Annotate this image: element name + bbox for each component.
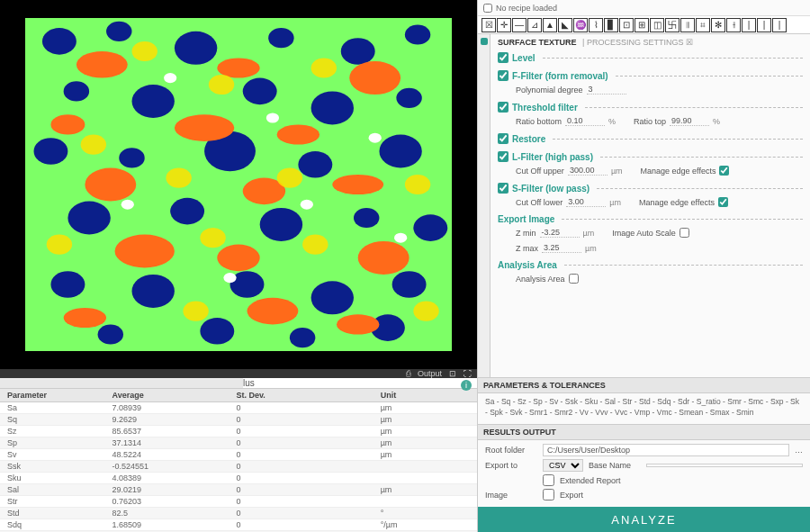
svg-point-31: [76, 51, 128, 78]
autoscale-check[interactable]: [680, 228, 689, 238]
level-check[interactable]: [498, 52, 508, 63]
f-filter-title: F-Filter (form removal): [512, 71, 608, 81]
tool-icon[interactable]: —: [512, 18, 526, 32]
image-viewer[interactable]: [0, 0, 477, 369]
svg-point-25: [311, 281, 354, 314]
table-row[interactable]: Sv48.52240µm: [0, 449, 477, 461]
maximize-icon[interactable]: ⛶: [464, 369, 472, 378]
browse-icon[interactable]: …: [795, 446, 803, 455]
svg-point-61: [122, 200, 134, 210]
table-row[interactable]: Ssk-0.5245510: [0, 461, 477, 473]
output-icon: ⎙: [406, 369, 410, 378]
info-icon[interactable]: i: [461, 380, 472, 391]
table-row[interactable]: Sdq1.685090°/µm: [0, 519, 477, 531]
viewer-status-bar: ⎙ Output ⊡ ⛶: [0, 369, 477, 378]
right-pane: No recipe loaded ☒✛—⊿▲◣♒⌇▊⊡⊞◫卐⫴⌗✻⫲||| SU…: [477, 0, 810, 532]
root-folder-input[interactable]: C:/Users/User/Desktop: [543, 444, 789, 456]
svg-point-29: [290, 328, 315, 347]
recipe-checkbox[interactable]: [483, 4, 492, 13]
l-cutoff-input[interactable]: 300.00: [568, 166, 608, 176]
parameters-list: Sa - Sq - Sz - Sp - Sv - Ssk - Sku - Sal…: [478, 393, 810, 424]
parameters-header[interactable]: PARAMETERS & TOLERANCES: [478, 377, 810, 393]
analysis-area-check[interactable]: [569, 274, 579, 284]
tool-icon[interactable]: ◫: [650, 18, 664, 32]
svg-point-51: [277, 168, 302, 188]
processing-toolbar: ☒✛—⊿▲◣♒⌇▊⊡⊞◫卐⫴⌗✻⫲|||: [478, 16, 810, 34]
s-edge-check[interactable]: [718, 197, 728, 207]
s-filter-title: S-Filter (low pass): [512, 184, 590, 194]
export-format-select[interactable]: CSV: [543, 459, 583, 472]
tool-icon[interactable]: ▊: [604, 18, 618, 32]
svg-point-46: [132, 41, 158, 61]
tool-icon[interactable]: ⊡: [619, 18, 634, 32]
tool-icon[interactable]: ▲: [543, 18, 557, 32]
svg-point-4: [268, 28, 293, 48]
analyze-button[interactable]: ANALYZE: [478, 507, 810, 532]
tool-icon[interactable]: ♒: [573, 18, 588, 32]
side-tab-dot[interactable]: [481, 38, 488, 45]
l-edge-check[interactable]: [719, 166, 729, 176]
image-export-check[interactable]: [543, 489, 554, 500]
results-output-header[interactable]: RESULTS OUTPUT: [478, 424, 810, 440]
svg-point-59: [266, 113, 279, 122]
l-filter-check[interactable]: [498, 151, 508, 162]
tool-icon[interactable]: ✛: [497, 18, 511, 32]
ratio-top-input[interactable]: 99.90: [670, 116, 709, 126]
table-row[interactable]: Sal29.02190µm: [0, 484, 477, 496]
tool-icon[interactable]: 卐: [665, 18, 680, 32]
table-row[interactable]: Sp37.13140µm: [0, 437, 477, 449]
basename-input[interactable]: [646, 464, 803, 467]
tool-icon[interactable]: |: [772, 18, 787, 32]
table-row[interactable]: Sz85.65370µm: [0, 426, 477, 437]
svg-point-6: [405, 24, 430, 44]
table-row[interactable]: Sa7.089390µm: [0, 402, 477, 414]
extended-report-check[interactable]: [543, 474, 554, 486]
svg-point-44: [247, 298, 298, 325]
svg-point-20: [354, 208, 379, 228]
recipe-bar: No recipe loaded: [478, 0, 810, 16]
table-row[interactable]: Sku4.083890: [0, 473, 477, 484]
poly-degree-input[interactable]: 3: [587, 85, 626, 95]
threshold-check[interactable]: [498, 102, 508, 113]
tool-icon[interactable]: ☒: [482, 18, 496, 32]
ratio-bottom-input[interactable]: 0.10: [565, 116, 605, 126]
tool-icon[interactable]: ⊞: [634, 18, 649, 32]
restore-check[interactable]: [498, 133, 508, 144]
table-row[interactable]: Str0.762030: [0, 496, 477, 508]
svg-point-13: [119, 148, 144, 167]
svg-point-3: [175, 32, 217, 65]
s-filter-check[interactable]: [498, 183, 508, 194]
tool-icon[interactable]: |: [742, 18, 756, 32]
svg-point-45: [337, 314, 379, 334]
svg-point-35: [175, 114, 234, 141]
f-filter-check[interactable]: [498, 70, 508, 81]
svg-point-34: [50, 114, 85, 134]
s-cutoff-input[interactable]: 3.00: [566, 197, 606, 207]
svg-point-18: [170, 198, 204, 225]
svg-point-27: [98, 324, 123, 344]
tool-icon[interactable]: ✻: [711, 18, 725, 32]
output-label: Output: [418, 369, 442, 378]
tool-icon[interactable]: |: [757, 18, 771, 32]
svg-point-64: [394, 233, 407, 243]
svg-point-11: [396, 88, 421, 108]
panel-title: SURFACE TEXTURE | PROCESSING SETTINGS ☒: [498, 38, 803, 47]
l-filter-title: L-Filter (high pass): [512, 152, 593, 162]
col-header: Unit: [374, 389, 477, 402]
svg-point-23: [132, 275, 175, 308]
analysis-area-title: Analysis Area: [498, 260, 557, 270]
table-row[interactable]: Sq9.26290µm: [0, 414, 477, 426]
svg-point-63: [223, 273, 236, 283]
table-row[interactable]: Std82.50°: [0, 508, 477, 519]
export-image-title: Export Image: [498, 214, 554, 224]
zmax-input[interactable]: 3.25: [542, 243, 581, 253]
tool-icon[interactable]: ◣: [558, 18, 572, 32]
tool-icon[interactable]: ⫴: [680, 18, 695, 32]
tool-icon[interactable]: ⌇: [589, 18, 603, 32]
tool-icon[interactable]: ⫲: [726, 18, 741, 32]
svg-point-48: [311, 58, 337, 77]
tool-icon[interactable]: ⌗: [696, 18, 710, 32]
tool-icon[interactable]: ⊿: [527, 18, 542, 32]
zmin-input[interactable]: -3.25: [540, 228, 580, 238]
minimize-icon[interactable]: ⊡: [449, 369, 456, 378]
